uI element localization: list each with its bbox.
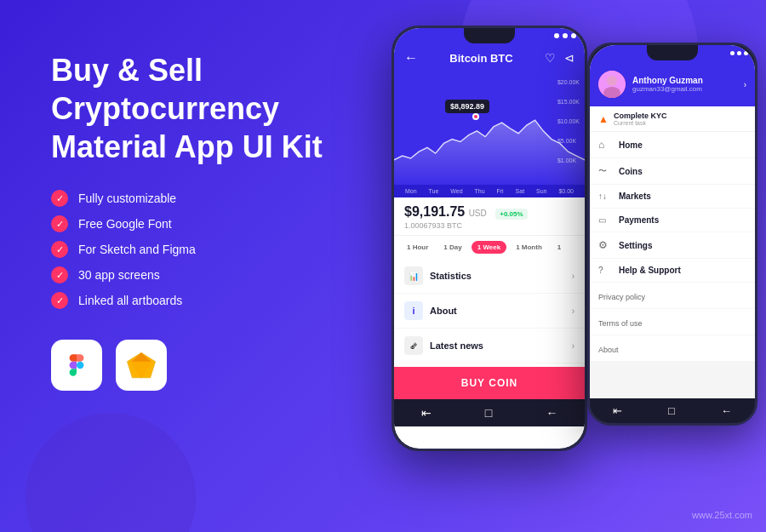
about-label: About — [598, 346, 619, 354]
chevron-icon: › — [572, 272, 574, 281]
nav-recent-icon[interactable]: ← — [546, 406, 557, 420]
phone-notch — [464, 28, 515, 43]
kyc-banner[interactable]: ▲ Complete KYC Current task — [590, 106, 755, 132]
figma-icon — [51, 340, 102, 391]
left-panel: Buy & SellCryptocurrencyMaterial App UI … — [51, 51, 340, 391]
share-icon[interactable]: ⊲ — [564, 51, 574, 65]
tool-icons — [51, 340, 340, 391]
watermark: www.25xt.com — [692, 510, 752, 520]
x-label: $0.00 — [558, 188, 574, 194]
check-icon: ✓ — [51, 241, 68, 258]
user-name: Anthony Guzman — [632, 76, 703, 85]
check-icon: ✓ — [51, 292, 68, 309]
nav-back-icon-2[interactable]: ⇤ — [613, 404, 622, 417]
statistics-label: Statistics — [430, 271, 472, 281]
kyc-title: Complete KYC — [614, 112, 667, 120]
tab-1hour[interactable]: 1 Hour — [401, 241, 434, 254]
phone-screen-2: Anthony Guzman guzman33@gmail.com › ▲ Co… — [590, 45, 755, 423]
user-info: Anthony Guzman guzman33@gmail.com — [632, 76, 703, 93]
menu-statistics[interactable]: 📊 Statistics › — [394, 259, 585, 294]
x-label: Sat — [516, 188, 525, 194]
markets-label: Markets — [619, 192, 651, 201]
coin-title: Bitcoin BTC — [449, 52, 512, 65]
settings-icon: ⚙ — [598, 239, 612, 251]
about-item[interactable]: About — [590, 335, 755, 362]
home-label: Home — [619, 140, 643, 150]
status-dot — [571, 33, 576, 38]
coins-icon: 〜 — [598, 165, 612, 177]
status-dot — [563, 33, 568, 38]
kyc-subtitle: Current task — [614, 120, 667, 126]
payments-icon: ▭ — [598, 215, 612, 225]
nav-home-icon[interactable]: □ — [485, 406, 492, 420]
nav-home[interactable]: ⌂ Home — [590, 132, 755, 158]
feature-item: ✓ Linked all artboards — [51, 292, 340, 309]
x-label: Mon — [405, 188, 417, 194]
x-label: Sun — [536, 188, 546, 194]
status-dot — [744, 51, 748, 55]
background-blob-2 — [26, 413, 196, 532]
kyc-text: Complete KYC Current task — [614, 112, 667, 126]
status-dot — [730, 51, 735, 55]
price-currency: USD — [469, 209, 487, 218]
back-icon[interactable]: ← — [404, 50, 418, 66]
home-icon: ⌂ — [598, 139, 612, 151]
menu-about[interactable]: i About › — [394, 294, 585, 329]
phone-bottom-nav: ⇤ □ ← — [394, 399, 585, 426]
heart-icon[interactable]: ♡ — [545, 51, 556, 65]
terms-label: Terms of use — [598, 319, 643, 328]
nav-help[interactable]: ? Help & Support — [590, 259, 755, 283]
price-section: $9,191.75 USD +0.05% 1.00067933 BTC — [394, 197, 585, 236]
tab-1day[interactable]: 1 Day — [437, 241, 467, 254]
expand-icon[interactable]: › — [744, 80, 746, 89]
statistics-icon: 📊 — [404, 266, 423, 285]
latest-news-label: Latest news — [430, 340, 483, 351]
privacy-policy-item[interactable]: Privacy policy — [590, 283, 755, 309]
svg-point-7 — [607, 76, 617, 86]
phone-main: ← Bitcoin BTC ♡ ⊲ $20.00K $15.00K $10.00… — [392, 26, 587, 451]
nav-home-icon-2[interactable]: □ — [668, 404, 675, 417]
sidebar-header: Anthony Guzman guzman33@gmail.com › — [590, 60, 755, 106]
terms-item[interactable]: Terms of use — [590, 309, 755, 335]
nav-coins[interactable]: 〜 Coins — [590, 158, 755, 185]
chart-x-labels: Mon Tue Wed Thu Fri Sat Sun $0.00 — [394, 185, 585, 197]
privacy-policy-label: Privacy policy — [598, 293, 645, 301]
x-label: Thu — [475, 188, 485, 194]
nav-markets[interactable]: ↑↓ Markets — [590, 185, 755, 209]
phones-area: ← Bitcoin BTC ♡ ⊲ $20.00K $15.00K $10.00… — [357, 0, 766, 532]
status-dot — [554, 33, 559, 38]
help-icon: ? — [598, 266, 612, 275]
tab-1month[interactable]: 1 Month — [510, 241, 548, 254]
chevron-icon: › — [572, 306, 574, 316]
user-avatar — [598, 71, 626, 98]
check-icon: ✓ — [51, 215, 68, 232]
time-tabs: 1 Hour 1 Day 1 Week 1 Month 1 — [394, 236, 585, 259]
menu-latest-news[interactable]: 🗞 Latest news › — [394, 329, 585, 363]
settings-label: Settings — [619, 241, 652, 250]
phone-notch-2 — [647, 45, 698, 60]
status-dot — [737, 51, 741, 55]
phone-screen: ← Bitcoin BTC ♡ ⊲ $20.00K $15.00K $10.00… — [394, 28, 585, 449]
x-label: Tue — [429, 188, 439, 194]
chart-area: $20.00K $15.00K $10.00K $5.00K $1.00K — [394, 74, 585, 185]
tab-extra[interactable]: 1 — [552, 241, 567, 254]
nav-recent-icon-2[interactable]: ← — [721, 404, 732, 417]
feature-item: ✓ 30 app screens — [51, 266, 340, 283]
about-icon: i — [404, 301, 423, 320]
buy-coin-button[interactable]: BUY COIN — [394, 367, 585, 399]
main-title: Buy & SellCryptocurrencyMaterial App UI … — [51, 51, 340, 166]
feature-item: ✓ Free Google Font — [51, 215, 340, 232]
nav-back-icon[interactable]: ⇤ — [421, 406, 432, 420]
features-list: ✓ Fully customizable ✓ Free Google Font … — [51, 190, 340, 309]
coins-label: Coins — [619, 167, 643, 176]
phone-secondary: Anthony Guzman guzman33@gmail.com › ▲ Co… — [587, 43, 757, 426]
sketch-icon — [116, 340, 167, 391]
phone-nav: ← Bitcoin BTC ♡ ⊲ — [394, 43, 585, 74]
nav-payments[interactable]: ▭ Payments — [590, 209, 755, 232]
chevron-icon: › — [572, 341, 574, 351]
nav-settings[interactable]: ⚙ Settings — [590, 232, 755, 259]
help-label: Help & Support — [619, 266, 681, 275]
x-label: Fri — [497, 188, 504, 194]
tab-1week[interactable]: 1 Week — [472, 241, 506, 254]
phone-bottom-nav-2: ⇤ □ ← — [590, 398, 755, 423]
